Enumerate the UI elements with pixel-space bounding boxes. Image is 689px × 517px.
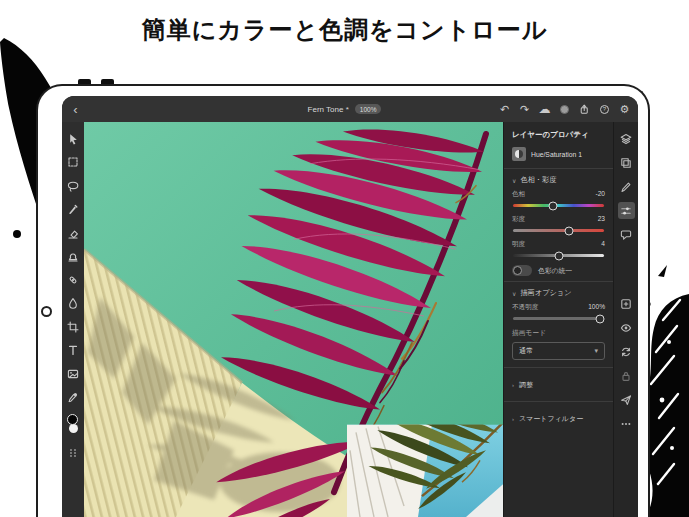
document-canvas[interactable] xyxy=(84,122,503,517)
healing-brush-tool[interactable] xyxy=(67,273,80,286)
opacity-row: 不透明度 100% xyxy=(512,303,605,312)
hue-slider[interactable] xyxy=(513,204,604,207)
document-title[interactable]: Fern Tone * xyxy=(308,105,349,114)
opacity-label: 不透明度 xyxy=(512,303,538,312)
chevron-down-icon: ∨ xyxy=(512,290,516,297)
section-hue-saturation[interactable]: ∨ 色相・彩度 xyxy=(512,175,605,185)
blend-mode-label: 描画モード xyxy=(512,328,605,338)
opacity-value: 100% xyxy=(588,303,605,310)
back-icon[interactable]: ‹ xyxy=(70,104,81,115)
lightness-slider-knob[interactable] xyxy=(554,251,563,260)
colorize-toggle[interactable] xyxy=(512,265,532,276)
share-icon[interactable] xyxy=(579,104,590,115)
panel-title: レイヤーのプロパティ xyxy=(512,130,605,140)
app-top-bar: ‹ Fern Tone * 100% ↶ ↷ ☁ ? ⚙ xyxy=(62,96,638,122)
hue-slider-knob[interactable] xyxy=(549,201,558,210)
photoshop-app: ‹ Fern Tone * 100% ↶ ↷ ☁ ? ⚙ xyxy=(62,96,638,517)
opacity-slider[interactable] xyxy=(513,317,604,320)
background-color-chip xyxy=(69,424,78,433)
saturation-label: 彩度 xyxy=(512,215,525,224)
chevron-down-icon: ∨ xyxy=(512,177,516,184)
marketing-page: 簡単にカラーと色調をコントロール ‹ Fern Tone * 100% xyxy=(0,0,689,517)
lock-icon[interactable] xyxy=(618,367,635,384)
layer-name: Hue/Saturation 1 xyxy=(531,151,582,158)
section-label: 描画オプション xyxy=(520,288,571,298)
color-chips[interactable] xyxy=(65,414,81,436)
saturation-slider[interactable] xyxy=(513,229,604,232)
eraser-tool[interactable] xyxy=(67,226,80,239)
layers-icon[interactable] xyxy=(618,130,635,147)
adjustment-layer-icon xyxy=(515,150,523,158)
brush-tool[interactable] xyxy=(67,203,80,216)
cloud-sync-icon[interactable]: ☁ xyxy=(539,104,550,115)
visibility-icon[interactable] xyxy=(618,319,635,336)
hue-label: 色相 xyxy=(512,190,525,199)
blend-mode-dropdown[interactable]: 通常 ▾ xyxy=(512,342,605,360)
opacity-slider-knob[interactable] xyxy=(596,314,605,323)
zoom-level-badge[interactable]: 100% xyxy=(355,104,382,114)
colorize-label: 色彩の統一 xyxy=(538,266,572,276)
transform-tool[interactable] xyxy=(67,156,80,169)
saturation-value: 23 xyxy=(598,215,605,222)
layer-thumbnail xyxy=(512,147,526,161)
lightness-value: 4 xyxy=(601,240,605,247)
section-blend-options[interactable]: ∨ 描画オプション xyxy=(512,288,605,298)
section-adjust[interactable]: › 調整 xyxy=(512,374,605,396)
chevron-down-icon: ▾ xyxy=(594,347,598,355)
colorize-row: 色彩の統一 xyxy=(512,265,605,276)
undo-icon[interactable]: ↶ xyxy=(499,104,510,115)
smudge-tool[interactable] xyxy=(67,297,80,310)
type-tool[interactable] xyxy=(67,344,80,357)
hue-row: 色相 -20 xyxy=(512,190,605,199)
layer-stack-icon[interactable] xyxy=(618,154,635,171)
eyedropper-tool[interactable] xyxy=(67,391,80,404)
saturation-slider-knob[interactable] xyxy=(565,226,574,235)
edit-icon[interactable] xyxy=(618,178,635,195)
crop-tool[interactable] xyxy=(67,320,80,333)
add-layer-icon[interactable] xyxy=(618,295,635,312)
place-photo-tool[interactable] xyxy=(67,367,80,380)
layer-properties-panel: レイヤーのプロパティ Hue/Saturation 1 ∨ 色相・彩度 色相 -… xyxy=(503,122,613,517)
palm-leaf-artwork xyxy=(84,122,503,517)
page-title: 簡単にカラーと色調をコントロール xyxy=(0,14,689,46)
lightness-label: 明度 xyxy=(512,240,525,249)
send-icon[interactable] xyxy=(618,391,635,408)
section-label: スマートフィルター xyxy=(519,414,583,424)
move-tool[interactable] xyxy=(67,132,80,145)
front-camera xyxy=(41,306,52,317)
section-label: 色相・彩度 xyxy=(520,175,556,185)
lightness-slider[interactable] xyxy=(513,254,604,257)
chevron-right-icon: › xyxy=(512,382,514,388)
rotate-icon[interactable] xyxy=(618,343,635,360)
section-label: 調整 xyxy=(519,380,533,390)
lasso-select-tool[interactable] xyxy=(67,179,80,192)
help-icon[interactable]: ? xyxy=(599,104,610,115)
foreground-color-chip xyxy=(67,414,78,425)
chevron-right-icon: › xyxy=(512,416,514,422)
tool-strip xyxy=(62,122,84,517)
properties-icon[interactable] xyxy=(618,202,635,219)
redo-icon[interactable]: ↷ xyxy=(519,104,530,115)
right-taskbar xyxy=(613,122,638,517)
layer-row[interactable]: Hue/Saturation 1 xyxy=(512,147,605,161)
comments-icon[interactable] xyxy=(618,226,635,243)
clone-stamp-tool[interactable] xyxy=(67,250,80,263)
lightness-row: 明度 4 xyxy=(512,240,605,249)
saturation-row: 彩度 23 xyxy=(512,215,605,224)
section-smart-filters[interactable]: › スマートフィルター xyxy=(512,408,605,430)
more-icon[interactable] xyxy=(618,415,635,432)
hue-value: -20 xyxy=(595,190,605,197)
avatar-icon[interactable] xyxy=(559,104,570,115)
settings-icon[interactable]: ⚙ xyxy=(619,104,630,115)
more-tools[interactable] xyxy=(67,447,80,460)
blend-mode-value: 通常 xyxy=(519,346,533,356)
